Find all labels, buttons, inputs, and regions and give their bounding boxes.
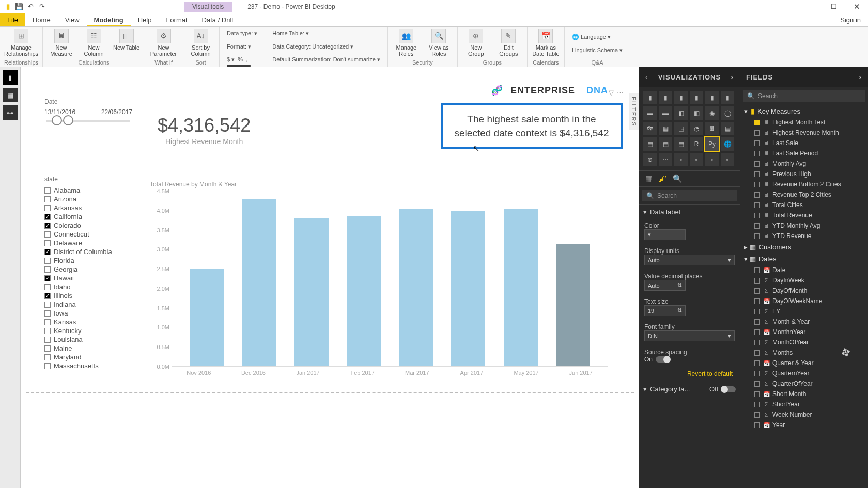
state-item[interactable]: Connecticut — [44, 230, 132, 239]
tab-help[interactable]: Help — [131, 13, 159, 26]
visual-type-icon[interactable]: ◔ — [690, 122, 703, 135]
state-item[interactable]: Maine — [44, 344, 132, 353]
new-column-button[interactable]: ☷New Column — [80, 29, 108, 57]
customers-group[interactable]: ▸ ▦ Customers — [740, 241, 868, 253]
new-parameter-button[interactable]: ⚙New Parameter — [149, 29, 178, 57]
visual-type-icon[interactable]: ▤ — [643, 137, 657, 151]
new-table-button[interactable]: ▦New Table — [112, 29, 141, 51]
visual-type-icon[interactable]: ▫ — [674, 153, 688, 166]
close-button[interactable]: ✕ — [845, 0, 868, 13]
field-item[interactable]: 📅MonthnYear — [740, 327, 868, 337]
tab-home[interactable]: Home — [25, 13, 58, 26]
visual-type-icon[interactable]: ▤ — [674, 137, 688, 151]
chart-bar[interactable] — [295, 218, 329, 366]
visual-type-icon[interactable]: ▮ — [721, 91, 734, 104]
redo-icon[interactable]: ↷ — [37, 2, 47, 11]
state-item[interactable]: Iowa — [44, 309, 132, 318]
state-item[interactable]: Kansas — [44, 318, 132, 326]
field-item[interactable]: ΣMonth & Year — [740, 317, 868, 327]
minimize-button[interactable]: — — [800, 0, 823, 13]
model-view-icon[interactable]: ⊶ — [3, 105, 18, 120]
new-measure-button[interactable]: 🖩New Measure — [47, 29, 75, 57]
visual-type-grid[interactable]: ▮▮▮▮▮▮▬▬◧◧◉◯🗺▦◳◔🖩▤▤▤▤RPy🌐⊕⋯▫▫▫▫ — [639, 87, 740, 170]
field-item[interactable]: 🖩Revenue Top 2 Cities — [740, 190, 868, 200]
tab-drill[interactable]: Data / Drill — [195, 13, 241, 26]
slider-thumb-from[interactable] — [52, 115, 62, 125]
visual-type-icon[interactable]: 🌐 — [721, 137, 734, 151]
tab-modeling[interactable]: Modeling — [87, 13, 131, 26]
field-item[interactable]: 🖩Last Sale — [740, 138, 868, 148]
decimal-places-input[interactable]: Auto⇅ — [644, 280, 686, 291]
tab-view[interactable]: View — [58, 13, 87, 26]
field-item[interactable]: 🖩Previous High — [740, 169, 868, 179]
report-view-icon[interactable]: ▮ — [3, 70, 18, 85]
field-item[interactable]: 📅Quarter & Year — [740, 358, 868, 368]
chart-bar[interactable] — [190, 269, 224, 366]
source-spacing-toggle[interactable]: On — [644, 356, 735, 363]
field-item[interactable]: ΣDayInWeek — [740, 275, 868, 286]
format-search[interactable]: 🔍 Search — [642, 190, 737, 201]
visual-type-icon[interactable]: ▮ — [674, 91, 688, 104]
bar-chart[interactable]: Total Revenue by Month & Year 0.0M0.5M1.… — [150, 181, 608, 372]
field-item[interactable]: 🖩YTD Monthly Avg — [740, 221, 868, 231]
visual-type-icon[interactable]: ▮ — [643, 91, 657, 104]
state-slicer[interactable]: state AlabamaArizonaArkansas✓California✓… — [44, 176, 132, 370]
state-item[interactable]: ✓District of Columbia — [44, 247, 132, 256]
state-item[interactable]: Arkansas — [44, 203, 132, 212]
field-item[interactable]: ΣMonthOfYear — [740, 337, 868, 348]
sort-by-column-button[interactable]: A↓Sort by Column — [187, 29, 215, 57]
mark-date-table-button[interactable]: 📅Mark as Date Table — [532, 29, 560, 57]
visual-type-icon[interactable]: R — [690, 137, 703, 151]
visual-type-icon[interactable]: ▮ — [659, 91, 672, 104]
chart-bar[interactable] — [399, 209, 433, 366]
category-label-section[interactable]: ▾ Category la... Off — [639, 382, 740, 396]
visual-type-icon[interactable]: ◧ — [674, 106, 688, 120]
state-item[interactable]: ✓Illinois — [44, 291, 132, 300]
report-canvas[interactable]: FILTERS 🧬 ENTERPRISE DNA ▽⋯ Date 13/11/2… — [21, 67, 639, 488]
state-item[interactable]: Louisiana — [44, 335, 132, 344]
field-item[interactable]: ΣFY — [740, 306, 868, 317]
manage-relationships-button[interactable]: ⊞Manage Relationships — [7, 29, 36, 57]
data-label-section[interactable]: ▾ Data label — [639, 204, 740, 219]
key-measures-group[interactable]: ▾ ▮ Key Measures — [740, 105, 868, 117]
state-item[interactable]: Indiana — [44, 300, 132, 309]
view-as-roles-button[interactable]: 🔍View as Roles — [425, 29, 453, 57]
fields-tab-icon[interactable]: ▦ — [645, 174, 653, 183]
fields-search[interactable]: 🔍 Search — [743, 90, 865, 102]
field-item[interactable]: 📅Year — [740, 420, 868, 430]
field-item[interactable]: 📅Short Month — [740, 389, 868, 399]
visual-type-icon[interactable]: ◉ — [705, 106, 719, 120]
save-icon[interactable]: 💾 — [14, 2, 24, 11]
state-item[interactable]: Georgia — [44, 265, 132, 274]
visual-type-icon[interactable]: ◧ — [690, 106, 703, 120]
visual-type-icon[interactable]: ▫ — [690, 153, 703, 166]
field-item[interactable]: 📅DayOfWeekName — [740, 296, 868, 306]
state-item[interactable]: ✓Hawaii — [44, 274, 132, 282]
chart-bar[interactable] — [504, 209, 538, 366]
format-tab-icon[interactable]: 🖌 — [659, 174, 667, 183]
visual-type-icon[interactable]: ⋯ — [659, 153, 672, 166]
field-item[interactable]: 🖩Highest Month Text — [740, 117, 868, 128]
visual-type-icon[interactable]: ⊕ — [643, 153, 657, 166]
visual-type-icon[interactable]: 🖩 — [705, 122, 719, 135]
signin-link[interactable]: Sign in — [833, 13, 868, 26]
field-item[interactable]: 🖩Revenue Bottom 2 Cities — [740, 179, 868, 190]
tab-file[interactable]: File — [0, 13, 25, 26]
visual-type-icon[interactable]: ▦ — [659, 122, 672, 135]
state-item[interactable]: Arizona — [44, 195, 132, 203]
text-size-input[interactable]: 19⇅ — [644, 305, 686, 316]
visual-type-icon[interactable]: ◳ — [674, 122, 688, 135]
visual-type-icon[interactable]: 🗺 — [643, 122, 657, 135]
undo-icon[interactable]: ↶ — [26, 2, 35, 11]
visual-type-icon[interactable]: ▤ — [721, 122, 734, 135]
analytics-tab-icon[interactable]: 🔍 — [673, 174, 683, 183]
visual-header-tools[interactable]: ▽⋯ — [609, 89, 624, 97]
data-view-icon[interactable]: ▦ — [3, 88, 18, 102]
field-item[interactable]: 🖩Total Cities — [740, 200, 868, 210]
chart-bar[interactable] — [242, 199, 276, 366]
dates-group[interactable]: ▾ ▦ Dates — [740, 253, 868, 265]
state-item[interactable]: Alabama — [44, 186, 132, 195]
state-item[interactable]: ✓Colorado — [44, 221, 132, 230]
field-item[interactable]: 🖩Last Sale Period — [740, 148, 868, 159]
chart-bar[interactable] — [556, 244, 590, 366]
